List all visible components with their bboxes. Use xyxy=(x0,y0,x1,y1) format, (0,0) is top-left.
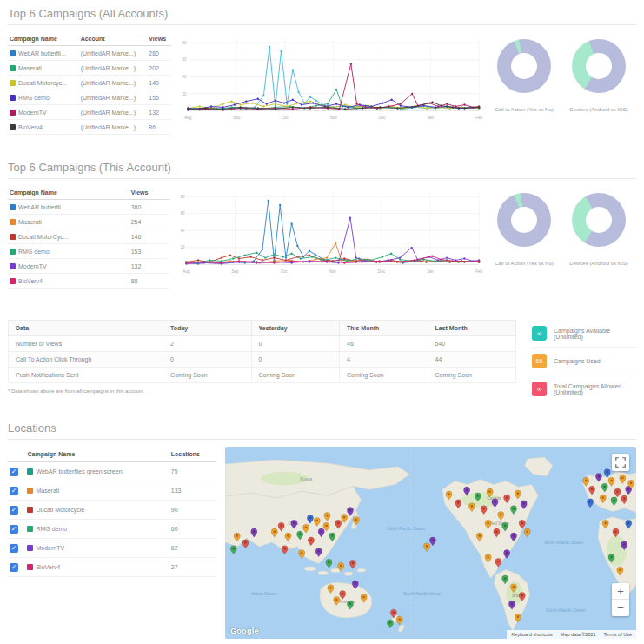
series-color-swatch xyxy=(27,488,33,494)
zoom-out-button[interactable]: − xyxy=(612,600,629,616)
world-map[interactable]: RussiaChinaAustraliaCanadaUnited StatesB… xyxy=(225,447,636,639)
campaign-name: BioVerv4 xyxy=(8,120,79,135)
campaign-row[interactable]: ModernTV132 xyxy=(8,259,169,274)
map-marker[interactable] xyxy=(242,540,249,548)
series-color-swatch xyxy=(10,80,16,86)
location-row[interactable]: ✓WebAR butterflies green screen75 xyxy=(8,462,216,481)
series-color-swatch xyxy=(10,263,16,269)
row-checkbox[interactable]: ✓ xyxy=(10,544,18,553)
campaign-account: (UnifiedAR Marke...) xyxy=(79,61,148,76)
campaign-name: RMG demo xyxy=(8,90,79,105)
badge-label: Campaigns Used xyxy=(554,358,601,364)
stat-value: 0 xyxy=(251,352,339,368)
svg-text:60: 60 xyxy=(181,211,185,216)
svg-text:80: 80 xyxy=(181,195,185,199)
campaign-views: 132 xyxy=(147,105,171,120)
map-fullscreen-button[interactable] xyxy=(612,454,629,471)
devices-donut-chart xyxy=(572,193,626,247)
campaign-row[interactable]: BioVerv488 xyxy=(8,274,169,289)
map-marker[interactable] xyxy=(524,528,530,537)
locations-map[interactable]: RussiaChinaAustraliaCanadaUnited StatesB… xyxy=(225,447,636,639)
row-checkbox[interactable]: ✓ xyxy=(10,563,18,572)
campaign-name: ModernTV xyxy=(8,259,129,274)
campaign-name: RMG demo xyxy=(25,520,169,539)
series-color-swatch xyxy=(10,278,16,284)
map-marker[interactable] xyxy=(299,550,305,559)
campaign-views: 155 xyxy=(147,90,171,105)
location-count: 60 xyxy=(169,520,216,539)
campaign-row[interactable]: BioVerv4(UnifiedAR Marke...)86 xyxy=(8,120,171,135)
location-row[interactable]: ✓Maserati133 xyxy=(8,481,216,501)
stat-label: Call To Action Click Through xyxy=(9,352,163,368)
campaign-row[interactable]: WebAR butterfli...380 xyxy=(8,200,169,215)
campaign-row[interactable]: RMG demo(UnifiedAR Marke...)155 xyxy=(8,90,171,105)
stat-value: 44 xyxy=(428,352,516,368)
donut-charts-this-account: Call to Action (Yes vs No) Devices (Andr… xyxy=(487,186,636,266)
checkbox-column-header xyxy=(8,447,25,462)
campaign-name: RMG demo xyxy=(8,244,129,259)
campaign-account: (UnifiedAR Marke...) xyxy=(79,120,148,135)
row-checkbox[interactable]: ✓ xyxy=(10,487,18,495)
checkbox-cell: ✓ xyxy=(8,481,25,501)
campaign-name: Ducati Motorcyc... xyxy=(8,76,79,90)
campaign-row[interactable]: RMG demo153 xyxy=(8,244,169,259)
stat-value: Coming Soon xyxy=(251,368,339,383)
ocean-label: Indian Ocean xyxy=(252,592,277,596)
campaign-row[interactable]: WebAR butterfli...(UnifiedAR Marke...)28… xyxy=(8,46,171,61)
section-title: Top 6 Campaigns (All Accounts) xyxy=(8,7,636,20)
map-marker[interactable] xyxy=(396,616,402,625)
series-color-swatch xyxy=(27,507,33,513)
map-marker[interactable] xyxy=(387,620,393,628)
keyboard-shortcuts-link[interactable]: Keyboard shortcuts xyxy=(511,632,552,637)
campaign-views: 146 xyxy=(129,229,169,244)
zoom-in-button[interactable]: + xyxy=(612,583,629,600)
series-color-swatch xyxy=(10,95,16,101)
map-marker[interactable] xyxy=(230,546,236,554)
campaign-row[interactable]: Ducati MotorCyc...146 xyxy=(8,229,169,244)
column-header: This Month xyxy=(340,321,428,336)
svg-text:Oct: Oct xyxy=(281,269,288,274)
campaign-row[interactable]: Ducati Motorcyc...(UnifiedAR Marke...)14… xyxy=(8,76,171,90)
views-chart-container: 20406080AugSepOctNovDecJanFeb xyxy=(169,186,487,278)
campaign-views: 86 xyxy=(147,120,171,135)
campaign-row[interactable]: ModernTV(UnifiedAR Marke...)132 xyxy=(8,105,171,120)
map-marker[interactable] xyxy=(588,499,594,508)
column-header: Account xyxy=(79,32,148,46)
row-checkbox[interactable]: ✓ xyxy=(10,468,18,476)
badge-label: Campaigns Available (Unlimited) xyxy=(554,328,636,340)
svg-text:40: 40 xyxy=(183,75,187,79)
cta-donut-label: Call to Action (Yes vs No) xyxy=(495,107,553,112)
locations-table: Campaign NameLocations ✓WebAR butterflie… xyxy=(8,447,216,577)
campaign-views: 132 xyxy=(129,259,169,274)
cta-donut-label: Call to Action (Yes vs No) xyxy=(495,261,553,266)
campaign-name: Ducati Motorcycle xyxy=(25,501,169,520)
location-row[interactable]: ✓Ducati Motorcycle90 xyxy=(8,501,216,520)
campaign-name: BioVerv4 xyxy=(25,558,169,577)
map-marker[interactable] xyxy=(429,537,435,546)
dashboard-page: Top 6 Campaigns (All Accounts) Campaign … xyxy=(0,0,644,644)
series-color-swatch xyxy=(10,204,16,210)
svg-text:60: 60 xyxy=(183,57,187,62)
row-checkbox[interactable]: ✓ xyxy=(10,506,18,515)
campaign-name: WebAR butterflies green screen xyxy=(25,462,169,481)
campaign-row[interactable]: Maserati(UnifiedAR Marke...)202 xyxy=(8,61,171,76)
map-zoom-controls: + − xyxy=(612,583,629,616)
map-marker[interactable] xyxy=(326,559,332,568)
campaign-views: 380 xyxy=(129,200,169,215)
row-checkbox[interactable]: ✓ xyxy=(10,525,18,534)
svg-text:Sep: Sep xyxy=(231,269,239,274)
campaign-views: 202 xyxy=(147,61,171,76)
map-marker[interactable] xyxy=(423,543,429,552)
map-marker[interactable] xyxy=(349,560,355,568)
location-row[interactable]: ✓BioVerv427 xyxy=(8,558,216,577)
location-row[interactable]: ✓RMG demo60 xyxy=(8,520,216,539)
location-row[interactable]: ✓ModernTV62 xyxy=(8,539,216,558)
map-marker[interactable] xyxy=(282,546,288,554)
svg-text:Dec: Dec xyxy=(378,269,386,274)
ocean-label: North Atlantic Ocean xyxy=(544,541,583,545)
series-color-swatch xyxy=(27,526,33,532)
campaign-account: (UnifiedAR Marke...) xyxy=(79,76,148,90)
terms-of-use-link[interactable]: Terms of Use xyxy=(604,632,632,637)
series-color-swatch xyxy=(10,65,16,71)
campaign-row[interactable]: Maserati254 xyxy=(8,215,169,229)
